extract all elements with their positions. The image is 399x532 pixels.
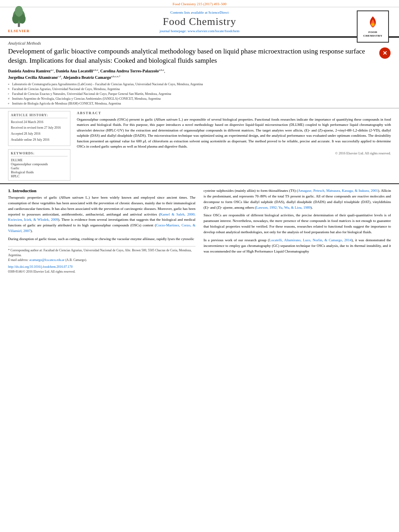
contents-line: Contents lists available at ScienceDirec… [8,10,391,14]
homepage-link[interactable]: www.elsevier.com/locate/foodchem [187,29,239,33]
abstract-title: ABSTRACT [77,111,391,115]
cite-kamel[interactable]: Kamel & Saleh, 2000; Kwiecien, Iciek, & … [8,212,195,222]
svg-text:✕: ✕ [383,50,387,56]
homepage-line: journal homepage: www.elsevier.com/locat… [8,29,391,33]
keyword-1: DLLME [11,158,68,162]
article-history-box: Article history: Received 24 March 2016 … [8,111,70,146]
elsevier-text: ELSEVIER [8,29,30,33]
keyword-4: Biological fluids [11,170,68,174]
article-section: Analytical Methods Development of garlic… [0,38,399,108]
intro-para-2: During disruption of garlic tissue, such… [8,236,195,242]
revised-date: Received in revised form 27 July 2016 [11,125,68,131]
affiliation-5: e Instituto de Biología Agrícola de Mend… [8,101,391,106]
author-3: Carolina Andrea Torres-Palazzoloa,b,e, [100,69,165,73]
main-right: cysteine sulphoxides (mainly alliin) to … [204,188,391,275]
available-date: Available online 29 July 2016 [11,138,68,143]
keyword-5: HPLC [11,174,68,178]
food-chemistry-logo: FOOD CHEMISTRY [357,10,391,45]
authors: Daniela Andrea Ramireza,c, Daniela Ana L… [8,68,391,80]
history-title: Article history: [11,113,68,118]
main-left: 1. Introduction Therapeutic properties o… [8,188,195,275]
keyword-2: Organosulphur compounds [11,162,68,166]
accepted-date: Accepted 28 July 2016 [11,131,68,137]
affiliation-3: c Facultad de Ciencias Exactas y Natural… [8,92,391,97]
main-content: 1. Introduction Therapeutic properties o… [0,184,399,279]
affiliation-2: b Facultad de Ciencias Agrarias, Univers… [8,87,391,92]
section-label: Analytical Methods [8,41,391,45]
keywords-box: Keywords: DLLME Organosulphur compounds … [8,149,70,181]
doi-link[interactable]: http://dx.doi.org/10.1016/j.foodchem.201… [8,265,73,269]
food-chemistry-logo-text: FOOD CHEMISTRY [359,31,387,37]
author-5: Alejandra Beatriz Camargoa,b,c,e,* [63,75,121,80]
citation-bar: Food Chemistry 215 (2017) 493–500 [0,0,399,7]
doi-line: http://dx.doi.org/10.1016/j.foodchem.201… [8,265,195,269]
received-date: Received 24 March 2016 [11,120,68,125]
author-2: Daniela Ana Locatellia,b,e, [56,69,100,73]
journal-title: Food Chemistry [8,16,391,28]
intro-para-1: Therapeutic properties of garlic (Allium… [8,195,195,234]
cite-locatelli[interactable]: Locatelli, Altamirano, Luco, Norlin, & C… [269,238,352,242]
info-abstract-section: Article history: Received 24 March 2016 … [0,109,399,183]
issn-line: 0308-8146/© 2016 Elsevier Ltd. All right… [8,269,195,274]
right-para-1: cysteine sulphoxides (mainly alliin) to … [204,188,391,211]
food-chemistry-logo-box: FOOD CHEMISTRY [357,10,389,43]
corresponding-note: * Corresponding author at: Facultad de C… [8,248,195,258]
article-history-dates: Received 24 March 2016 Received in revis… [11,120,68,143]
email-link[interactable]: acamargo@fca.uncu.edu.ar [29,258,64,262]
affiliation-1: a Laboratorio de Cromatografía para Agro… [8,82,391,87]
author-4: Jorgelina Cecilia Altamiranoc,d, [8,75,63,80]
food-chemistry-flame-icon [365,16,381,30]
cite-amagase[interactable]: Amagase, Petesch, Matsuura, Kasuga, & It… [298,189,378,193]
footnote-area: * Corresponding author at: Facultad de C… [8,246,195,274]
keyword-3: Garlic [11,166,68,170]
title-row: Development of garlic bioactive compound… [8,47,391,66]
svg-point-5 [371,23,374,26]
header-center: Contents lists available at ScienceDirec… [8,10,391,33]
affiliations: a Laboratorio de Cromatografía para Agro… [8,82,391,106]
copyright-line: © 2016 Elsevier Ltd. All rights reserved… [77,151,391,155]
right-para-2: Since OSCs are responsible of different … [204,213,391,235]
cite-lawson[interactable]: Lawson, 1992; Yu, Wu, & Liou, 1989 [256,205,311,210]
svg-point-4 [15,6,23,16]
elsevier-tree-icon [9,6,29,28]
sciencedirect-link[interactable]: ScienceDirect [208,10,228,14]
article-title: Development of garlic bioactive compound… [8,47,379,66]
keywords-title: Keywords: [11,152,68,156]
intro-heading: 1. Introduction [8,188,195,193]
email-note: E-mail address: acamargo@fca.uncu.edu.ar… [8,258,195,263]
cite-corzo[interactable]: Corzo-Martinez, Corzo, & Villamiel, 2007 [8,223,195,233]
affiliation-4: d Instituto Argentino de Nivología, Glac… [8,97,391,101]
abstract-section: ABSTRACT Organosulphur compounds (OSCs) … [77,111,391,181]
right-para-3: In a previous work of our research group… [204,238,391,255]
elsevier-logo: ELSEVIER [8,6,30,33]
citation-text: Food Chemistry 215 (2017) 493–500 [173,2,226,6]
abstract-text: Organosulphur compounds (OSCs) present i… [77,117,391,150]
journal-header: ELSEVIER Contents lists available at Sci… [0,7,399,37]
main-two-col: 1. Introduction Therapeutic properties o… [8,188,391,275]
article-info: Article history: Received 24 March 2016 … [8,111,70,181]
author-1: Daniela Andrea Ramireza,c, [8,69,56,73]
crossmark-icon: ✕ [379,47,391,59]
